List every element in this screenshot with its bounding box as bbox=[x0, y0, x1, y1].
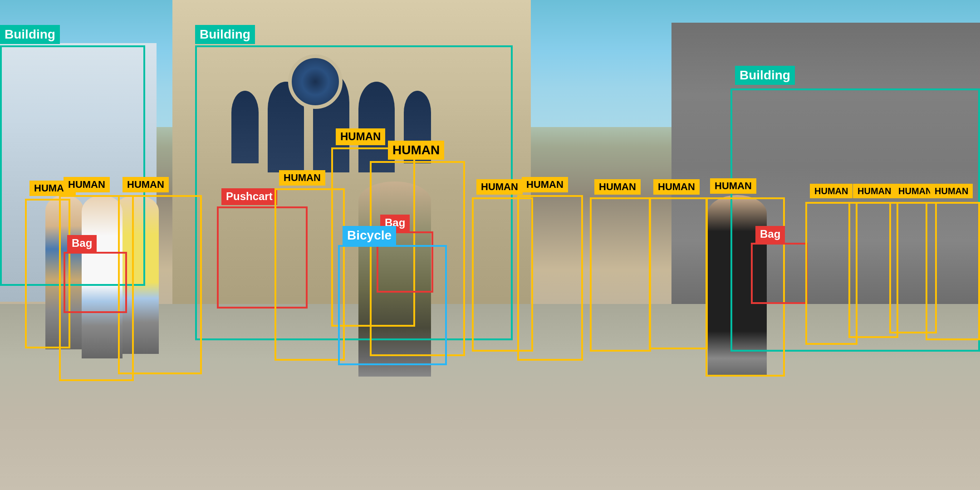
label-human-center-1: HUMAN bbox=[336, 128, 385, 145]
label-human-edge-2: HUMAN bbox=[853, 184, 896, 198]
label-building-right: Building bbox=[735, 66, 795, 85]
detection-scene: Building Building Building HUMAN HUMAN H… bbox=[0, 0, 980, 490]
label-human-left-1: HUMAN bbox=[64, 177, 110, 192]
label-human-far-right-2: HUMAN bbox=[653, 179, 700, 195]
label-building-center: Building bbox=[195, 25, 255, 44]
box-human-right-2 bbox=[517, 195, 583, 361]
label-bag-left: Bag bbox=[67, 235, 97, 252]
box-human-far-right-1 bbox=[590, 197, 651, 352]
label-bicycle: Bicycle bbox=[343, 226, 396, 245]
label-human-far-right-1: HUMAN bbox=[594, 179, 641, 195]
label-bag-right: Bag bbox=[755, 226, 785, 243]
label-human-center-main: HUMAN bbox=[388, 141, 444, 160]
label-human-edge-1: HUMAN bbox=[810, 184, 853, 198]
label-human-right-1: HUMAN bbox=[476, 179, 523, 195]
box-human-far-right-2 bbox=[649, 197, 708, 349]
label-human-rightmost: HUMAN bbox=[930, 184, 973, 198]
label-human-right-main: HUMAN bbox=[710, 178, 756, 194]
label-human-right-2: HUMAN bbox=[522, 177, 568, 192]
box-human-rightmost bbox=[926, 202, 980, 340]
box-bag-right bbox=[751, 243, 808, 304]
label-building-top-left: Building bbox=[0, 25, 60, 44]
label-human-left-2: HUMAN bbox=[122, 177, 169, 192]
box-bicycle bbox=[338, 245, 447, 365]
label-human-center-left: HUMAN bbox=[279, 170, 325, 186]
label-pushcart: Pushcart bbox=[221, 188, 277, 205]
box-human-left-2 bbox=[118, 195, 202, 374]
box-bag-left bbox=[64, 252, 127, 313]
